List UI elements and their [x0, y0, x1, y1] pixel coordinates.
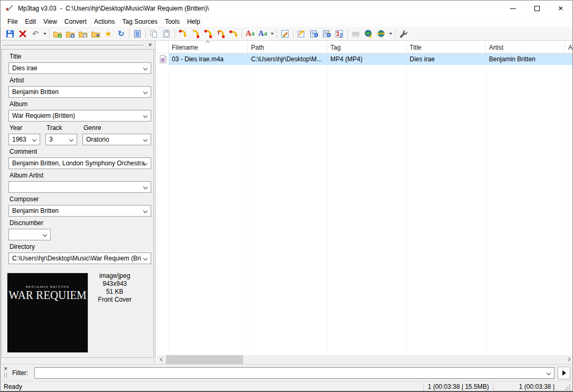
- album-cover-art[interactable]: BENJAMIN BRITTEN WAR REQUIEM: [7, 273, 88, 353]
- tag-sources-globe-icon[interactable]: [375, 27, 387, 40]
- filter-input[interactable]: [35, 368, 554, 378]
- extended-tags-icon[interactable]: [131, 27, 144, 40]
- close-button[interactable]: ✕: [549, 1, 572, 16]
- convert-filename-filename-icon[interactable]: [202, 27, 215, 40]
- chevron-down-icon[interactable]: [43, 232, 47, 237]
- cell-album[interactable]: [565, 53, 573, 65]
- favorites-star-icon[interactable]: ★: [102, 27, 115, 40]
- paste-tag-icon[interactable]: [160, 27, 173, 40]
- convert-case-icon[interactable]: Aa: [244, 27, 256, 40]
- cell-artist[interactable]: Benjamin Britten: [486, 53, 565, 65]
- cover-title-text: WAR REQUIEM: [7, 288, 88, 302]
- resize-grip[interactable]: [569, 389, 570, 390]
- status-selected-count: 1 (00:03:38 | 15.5MB): [496, 383, 554, 392]
- toolbar-separator: [242, 29, 242, 39]
- year-label: Year: [10, 124, 22, 132]
- cell-title[interactable]: Dies irae: [406, 53, 486, 65]
- remove-tag-icon[interactable]: [16, 27, 29, 40]
- filter-combobox[interactable]: [34, 367, 554, 379]
- web-source-globe-icon[interactable]: [362, 27, 375, 40]
- column-header-tag[interactable]: Tag: [327, 41, 406, 53]
- album-artist-combobox[interactable]: [8, 181, 151, 193]
- filter-grip[interactable]: [4, 373, 7, 378]
- toolbar-separator: [276, 29, 277, 39]
- cell-path[interactable]: C:\Users\hjr\Desktop\M...: [248, 53, 327, 65]
- favorite-directory-icon[interactable]: [89, 27, 102, 40]
- column-header-artist[interactable]: Artist: [486, 41, 565, 53]
- converter-icon[interactable]: [295, 27, 308, 40]
- open-playlist-icon[interactable]: [77, 27, 89, 40]
- chevron-down-icon[interactable]: [143, 185, 147, 189]
- status-total-count: 1 (00:03:38 | 15.5MB): [428, 383, 489, 390]
- genre-value: Oratorio: [83, 134, 151, 145]
- auto-numbering-wizard-icon[interactable]: 12: [333, 27, 346, 40]
- discnumber-combobox[interactable]: [8, 229, 51, 240]
- scroll-left-arrow[interactable]: [157, 355, 166, 364]
- convert-tag-filename-icon[interactable]: [177, 27, 189, 40]
- column-header-album[interactable]: Album: [565, 41, 573, 53]
- add-directory-icon[interactable]: [64, 27, 77, 40]
- options-wrench-icon[interactable]: [397, 27, 410, 40]
- edit-tag-icon[interactable]: [279, 27, 291, 40]
- menu-convert[interactable]: Convert: [61, 17, 90, 26]
- cell-tag[interactable]: MP4 (MP4): [327, 53, 406, 65]
- minimize-button[interactable]: [501, 1, 525, 16]
- menu-file[interactable]: File: [4, 17, 21, 26]
- cell-filename[interactable]: 03 - Dies irae.m4a: [169, 53, 248, 65]
- column-header-title[interactable]: Title: [406, 41, 486, 53]
- change-directory-icon[interactable]: [51, 27, 64, 40]
- grid-line: [486, 53, 486, 355]
- horizontal-scrollbar[interactable]: [157, 355, 573, 364]
- tag-panel-close-icon[interactable]: ✕: [146, 41, 154, 49]
- cover-mime: image/jpeg: [85, 272, 144, 280]
- compare-disabled-icon: [349, 27, 362, 40]
- menu-help[interactable]: Help: [183, 17, 204, 26]
- artist-combobox[interactable]: Benjamin Britten: [8, 86, 151, 98]
- close-icon: ✕: [558, 5, 563, 12]
- table-row-selected[interactable]: 03 - Dies irae.m4a C:\Users\hjr\Desktop\…: [157, 53, 573, 65]
- refresh-icon[interactable]: ↻: [115, 27, 127, 40]
- directory-combobox[interactable]: C:\Users\hjr\Desktop\Music\War Requiem (…: [8, 253, 151, 264]
- file-list-header: Filename Path Tag Title Artist Album: [157, 41, 573, 53]
- tag-panel-grip[interactable]: [3, 44, 143, 45]
- scroll-right-arrow[interactable]: [565, 355, 573, 364]
- cover-dimensions: 943x943: [85, 280, 144, 288]
- convert-filename-tag-icon[interactable]: [189, 27, 202, 40]
- playlist-export-icon[interactable]: [320, 27, 333, 40]
- track-combobox[interactable]: 3: [45, 134, 77, 145]
- menu-edit[interactable]: Edit: [21, 17, 40, 26]
- filter-close-icon[interactable]: ✕: [4, 366, 8, 371]
- scrollbar-track[interactable]: [166, 355, 565, 364]
- album-combobox[interactable]: War Requiem (Britten): [8, 110, 151, 122]
- save-tag-icon[interactable]: [4, 27, 16, 40]
- menu-tag-sources[interactable]: Tag Sources: [118, 17, 161, 26]
- cover-info: image/jpeg 943x943 51 KB Front Cover: [85, 272, 144, 304]
- comment-combobox[interactable]: Benjamin Britten, London Symphony Orches…: [8, 157, 151, 169]
- column-header-path[interactable]: Path: [248, 41, 327, 53]
- status-separator: [423, 382, 424, 391]
- export-icon[interactable]: [308, 27, 320, 40]
- column-header-icon[interactable]: [157, 41, 169, 53]
- copy-tag-icon[interactable]: [147, 27, 160, 40]
- undo-dropdown-chevron[interactable]: [42, 27, 48, 40]
- title-combobox[interactable]: Dies irae: [8, 62, 151, 74]
- actions-icon[interactable]: Aa: [256, 27, 269, 40]
- genre-combobox[interactable]: Oratorio: [82, 134, 151, 145]
- year-combobox[interactable]: 1963: [8, 134, 40, 145]
- artist-label: Artist: [10, 77, 24, 84]
- menu-actions[interactable]: Actions: [90, 17, 118, 26]
- composer-combobox[interactable]: Benjamin Britten: [8, 205, 151, 217]
- convert-textfile-tag-icon[interactable]: [215, 27, 227, 40]
- scrollbar-thumb[interactable]: [166, 355, 243, 364]
- convert-tag-tag-icon[interactable]: [227, 27, 240, 40]
- filter-apply-button[interactable]: [558, 367, 570, 379]
- grid-line: [406, 53, 407, 355]
- maximize-button[interactable]: [525, 1, 549, 16]
- comment-value: Benjamin Britten, London Symphony Orches…: [9, 158, 151, 169]
- undo-icon[interactable]: ↶: [29, 27, 42, 40]
- tag-sources-dropdown-chevron[interactable]: [387, 27, 393, 40]
- maximize-icon: [534, 6, 540, 11]
- menu-tools[interactable]: Tools: [161, 17, 183, 26]
- actions-dropdown-chevron[interactable]: [269, 27, 275, 40]
- menu-view[interactable]: View: [40, 17, 61, 26]
